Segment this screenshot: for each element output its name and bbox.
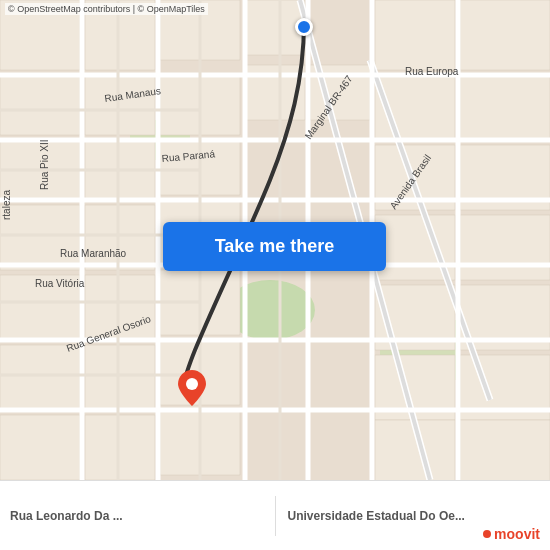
svg-rect-31 <box>460 75 550 140</box>
svg-rect-28 <box>375 0 455 70</box>
moovit-text: moovit <box>494 526 540 542</box>
map-attribution: © OpenStreetMap contributors | © OpenMap… <box>5 3 208 15</box>
moovit-dot <box>483 530 491 538</box>
destination-label: Universidade Estadual Do Oe... <box>288 509 541 523</box>
svg-rect-19 <box>85 415 155 480</box>
svg-text:rtaleza: rtaleza <box>1 190 12 220</box>
origin-info: Rua Leonardo Da ... <box>10 509 263 523</box>
destination-info: Universidade Estadual Do Oe... <box>288 509 541 523</box>
destination-pin <box>178 370 206 410</box>
svg-rect-12 <box>0 345 80 410</box>
svg-rect-8 <box>0 75 80 135</box>
svg-rect-41 <box>460 420 550 480</box>
svg-rect-35 <box>460 215 550 280</box>
svg-text:Rua Vitória: Rua Vitória <box>35 278 85 289</box>
map-container[interactable]: Rua Manaus Rua Paraná Marginal BR-467 Av… <box>0 0 550 480</box>
take-me-there-button[interactable]: Take me there <box>163 222 386 271</box>
svg-rect-14 <box>85 75 155 135</box>
svg-rect-29 <box>460 0 550 70</box>
origin-pin <box>295 18 313 36</box>
svg-rect-16 <box>85 205 155 270</box>
origin-label: Rua Leonardo Da ... <box>10 509 263 523</box>
svg-point-76 <box>186 378 198 390</box>
bottom-bar: Rua Leonardo Da ... Universidade Estadua… <box>0 480 550 550</box>
svg-text:Rua Maranhão: Rua Maranhão <box>60 248 127 259</box>
svg-rect-18 <box>85 345 155 410</box>
svg-rect-13 <box>0 415 80 480</box>
svg-text:Rua Pio XII: Rua Pio XII <box>39 139 50 190</box>
bar-divider <box>275 496 276 536</box>
moovit-logo: moovit <box>483 526 540 542</box>
svg-text:Rua Europa: Rua Europa <box>405 66 459 77</box>
svg-rect-10 <box>0 205 80 270</box>
